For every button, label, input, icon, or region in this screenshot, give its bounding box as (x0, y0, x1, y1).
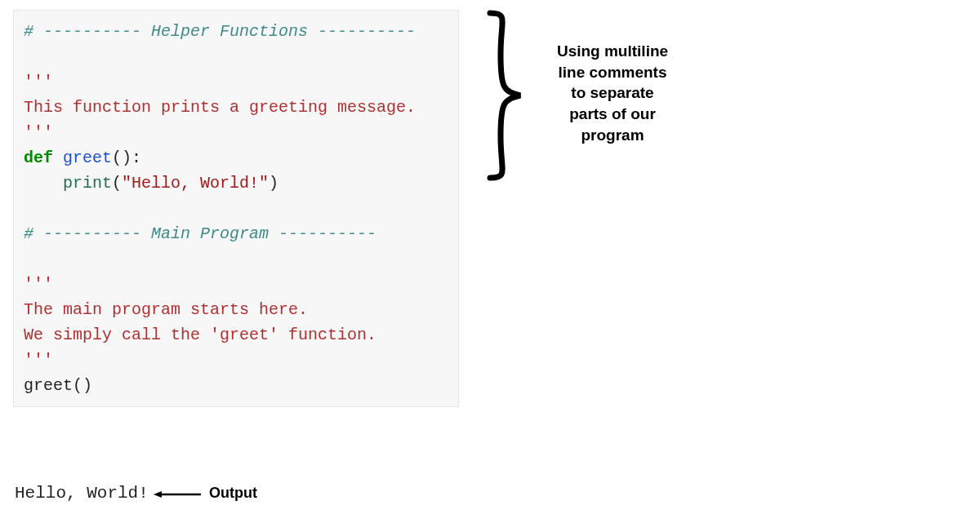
section-header-comment: # ---------- Main Program ---------- (24, 224, 376, 243)
code-block: # ---------- Helper Functions ----------… (13, 10, 459, 407)
output-label: Output (209, 485, 257, 502)
def-keyword: def (24, 148, 53, 167)
docstring-open: ''' (24, 73, 53, 91)
print-open-paren: ( (112, 174, 122, 193)
docstring-open: ''' (24, 275, 53, 294)
docstring-close: ''' (24, 351, 53, 370)
annotation-line: parts of our (569, 105, 656, 122)
call-parens: () (73, 376, 92, 395)
annotation-text: Using multiline line comments to separat… (539, 41, 686, 145)
svg-marker-1 (154, 491, 162, 498)
annotation-line: line comments (558, 64, 666, 81)
annotation-line: program (581, 126, 644, 144)
section-header-comment: # ---------- Helper Functions ---------- (24, 22, 416, 41)
string-literal: "Hello, World!" (122, 174, 269, 193)
print-builtin: print (63, 174, 112, 193)
docstring-line: The main program starts here. (24, 300, 308, 319)
arrow-left-icon (154, 490, 203, 498)
print-close-paren: ) (269, 174, 278, 193)
function-name: greet (63, 148, 112, 167)
annotation-line: Using multiline (557, 42, 668, 60)
def-parens: (): (112, 148, 141, 167)
docstring-line: We simply call the 'greet' function. (24, 326, 376, 344)
docstring-body: This function prints a greeting message. (24, 98, 416, 117)
curly-brace-icon (478, 10, 527, 181)
annotation-line: to separate (571, 84, 653, 101)
program-output: Hello, World! (15, 484, 149, 503)
docstring-close: ''' (24, 123, 53, 142)
function-call: greet (24, 376, 73, 395)
